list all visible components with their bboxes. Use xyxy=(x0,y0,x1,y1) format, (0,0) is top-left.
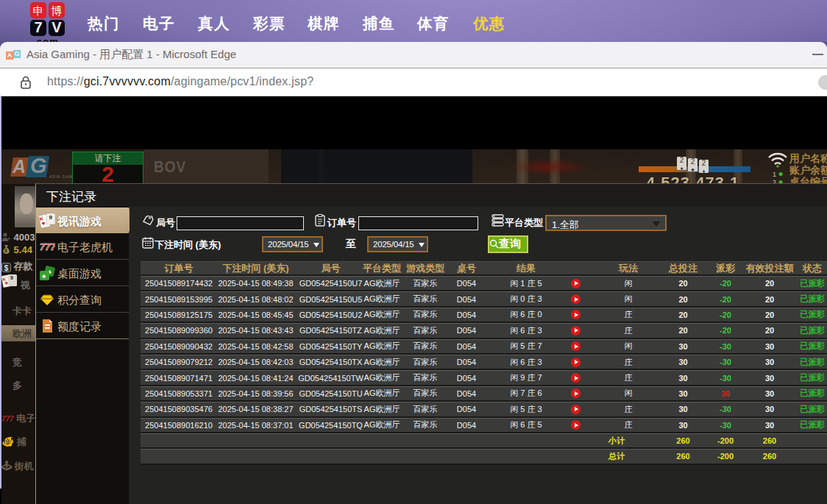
svg-text:9: 9 xyxy=(49,214,53,221)
svg-text:♣: ♣ xyxy=(42,273,46,280)
svg-text:+: + xyxy=(7,236,10,241)
svg-text:$: $ xyxy=(4,248,7,254)
svg-text:9: 9 xyxy=(10,275,13,280)
svg-text:777: 777 xyxy=(40,241,55,252)
